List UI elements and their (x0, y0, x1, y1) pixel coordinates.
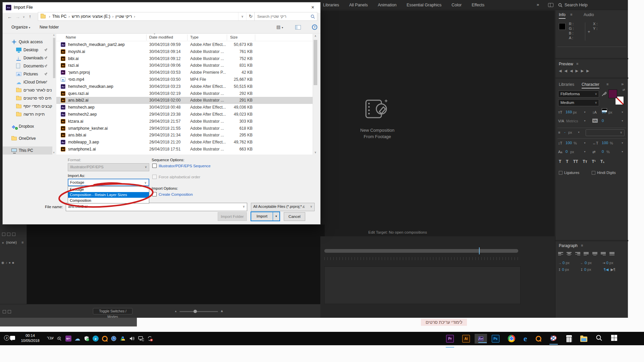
hemshech2.aep[interactable]: Ae hemshech2.aep 29/04/2018 23:38 Adobe … (56, 111, 317, 118)
file-type-select[interactable]: All Acceptable Files (*.prproj;*.c (251, 203, 315, 211)
justify-last-left-icon[interactable] (584, 251, 589, 255)
kerning-caret[interactable] (584, 120, 586, 122)
tsume-value[interactable]: 0 (602, 149, 604, 154)
effect-controls-tab[interactable]: (none) (6, 240, 17, 244)
drive-triangle-tray-icon[interactable] (120, 336, 126, 342)
after-effects-taskbar-active[interactable]: Ae (475, 334, 487, 344)
scroll-up-icon[interactable]: ∧ (313, 35, 318, 38)
sidebar-item-folder-1[interactable]: נים לאתר סגורים (3, 86, 52, 94)
search-input[interactable]: Search ריקי שטיין (254, 12, 317, 21)
timeline-scrollbar[interactable] (324, 249, 518, 253)
zoom-out-icon[interactable]: ▲ (174, 310, 177, 313)
volume-tray-icon[interactable] (129, 336, 135, 342)
file-name-input[interactable]: ans.bibi2.ai (66, 203, 247, 211)
tab-info[interactable]: Info (559, 12, 566, 19)
font-size-caret[interactable] (584, 111, 586, 113)
breadcrumb-bar[interactable]: This PC אמצעי אחסון חדש (E:) ריקי שטיין … (38, 12, 255, 21)
panel-menu-icon[interactable] (21, 240, 23, 244)
search-icon[interactable] (311, 14, 315, 19)
sidebar-item-folder-3[interactable]: קבצים חסדי יוסף (3, 102, 52, 110)
import-as-select[interactable]: Footage (68, 179, 149, 186)
render-queue-icons[interactable] (3, 309, 13, 315)
import-split-caret[interactable] (273, 212, 279, 221)
fill-stroke-swatches[interactable]: ⇄ (608, 89, 626, 106)
breadcrumb-drive-e[interactable]: אמצעי אחסון חדש (E:) (72, 14, 110, 19)
align-right-icon[interactable] (575, 251, 580, 255)
column-date-modified[interactable]: Date modified (149, 35, 173, 39)
justify-all-icon[interactable] (609, 251, 614, 255)
workspace-tab-color[interactable]: Color (451, 3, 462, 7)
taskbar-clock[interactable]: 00:14 10/05/2018 (16, 333, 44, 343)
scroll-down-icon[interactable]: ∨ (313, 151, 318, 154)
tab-libraries[interactable]: Libraries (559, 82, 574, 87)
bibi.ai[interactable]: Ai bibi.ai 30/04/2018 09:12 Adobe Illust… (56, 55, 317, 62)
orange-search-taskbar-icon[interactable] (535, 336, 541, 342)
cancel-button[interactable]: Cancel (284, 212, 305, 221)
swap-fill-stroke-icon[interactable]: ⇄ (623, 88, 625, 92)
file-explorer-taskbar-icon[interactable] (580, 337, 587, 342)
mobileapp_3.aep[interactable]: Ae mobileapp_3.aep 26/04/2018 21:20 Adob… (56, 139, 317, 146)
column-name[interactable]: Name (66, 35, 76, 39)
ktzara.ai[interactable]: Ai ktzara.ai 29/04/2018 21:57 Adobe Illu… (56, 118, 317, 125)
tab-audio[interactable]: Audio (584, 12, 594, 17)
ligatures-checkbox[interactable]: Ligatures (559, 169, 579, 175)
scrollbar-thumb[interactable] (314, 40, 317, 85)
hemshech.aep[interactable]: Ae hemshech.aep 30/04/2018 00:48 Adobe A… (56, 104, 317, 111)
small-caps-toggle[interactable]: Tᴛ (583, 159, 587, 164)
sequence-checkbox-label[interactable]: Illustrator/PDF/EPS Sequence (159, 164, 211, 168)
create-composition-checkbox[interactable] (152, 192, 157, 196)
tracking-value[interactable]: 0 (602, 119, 604, 123)
sidebar-item-icloud-drive[interactable]: iCloud Drive (3, 78, 52, 86)
hemshech_meudkan.aep[interactable]: Ae hemshech_meudkan.aep 30/04/2018 03:23… (56, 83, 317, 90)
eset-tray-icon[interactable]: e (93, 336, 99, 342)
premiere-taskbar-icon[interactable]: Pr (446, 335, 454, 343)
edge-taskbar-icon[interactable]: e (524, 334, 527, 343)
leading-caret[interactable] (621, 111, 624, 113)
action-center-icon[interactable]: 2 (4, 335, 15, 341)
help-icon[interactable]: ? (312, 24, 317, 30)
superscript-toggle[interactable]: T¹ (592, 159, 596, 164)
subscript-toggle[interactable]: T₁ (600, 159, 604, 164)
panel-menu-icon[interactable] (606, 82, 608, 86)
zoom-in-icon[interactable]: ▲ (220, 309, 224, 313)
baseline-shift-caret[interactable] (584, 150, 586, 153)
ans.bibi.ai[interactable]: Ai ans.bibi.ai 29/04/2018 21:34 Adobe Il… (56, 132, 317, 139)
new-folder-button[interactable]: New folder (40, 25, 59, 29)
sidebar-item-desktop[interactable]: Desktop (3, 46, 52, 54)
sidebar-item-quick-access[interactable]: Quick access (3, 38, 52, 46)
direction-ltr-icon[interactable]: ▶¶ (610, 267, 615, 274)
workspace-switcher-icon[interactable] (548, 3, 553, 7)
forward-button[interactable]: → (15, 14, 20, 19)
after-effects-taskbar-icon[interactable]: Ae (478, 337, 483, 341)
eyedropper-icon[interactable] (602, 92, 606, 96)
faux-bold-toggle[interactable]: T (559, 159, 561, 164)
workspace-tab-all-panels[interactable]: All Panels (349, 3, 368, 7)
tsume-caret[interactable] (621, 150, 624, 153)
workspace-tab-essential-graphics[interactable]: Essential Graphics (407, 3, 441, 7)
tab-character[interactable]: Character (582, 82, 599, 88)
network-tray-icon[interactable] (138, 336, 144, 342)
horizontal-scale-caret[interactable] (621, 142, 624, 144)
nero-scissors-tray-icon[interactable]: N✂ (65, 336, 71, 342)
calculator-taskbar-icon[interactable] (566, 335, 572, 342)
up-button[interactable]: ↑ (29, 14, 31, 19)
menu-option-composition[interactable]: Composition (68, 198, 149, 203)
photoshop-taskbar-icon[interactable]: Ps (492, 335, 499, 343)
horizontal-scale-value[interactable]: 100 (602, 141, 608, 145)
snipping-tool-taskbar-icon[interactable] (550, 335, 558, 342)
organize-button[interactable]: Organize ▾ (11, 25, 30, 29)
sidebar-item-documents[interactable]: Documents (3, 62, 52, 70)
dialog-titlebar[interactable]: Ae Import File (3, 2, 320, 13)
column-size[interactable]: Size (230, 35, 237, 39)
recent-locations-caret[interactable]: ∨ (23, 15, 25, 18)
illustrator-taskbar-icon[interactable]: Ai (462, 335, 470, 343)
tracking-caret[interactable] (621, 120, 624, 122)
sequence-checkbox[interactable] (152, 164, 157, 168)
language-indicator[interactable]: עבר (47, 336, 54, 340)
search-taskbar-icon[interactable] (596, 335, 602, 343)
ans.bibi2.ai[interactable]: Ai ans.bibi2.ai 30/04/2018 02:00 Adobe I… (56, 97, 317, 104)
justify-last-center-icon[interactable] (592, 251, 597, 255)
leading-value[interactable]: 96 (602, 110, 606, 114)
justify-last-right-icon[interactable] (601, 251, 606, 255)
menu-option-footage[interactable]: Footage (68, 187, 149, 192)
